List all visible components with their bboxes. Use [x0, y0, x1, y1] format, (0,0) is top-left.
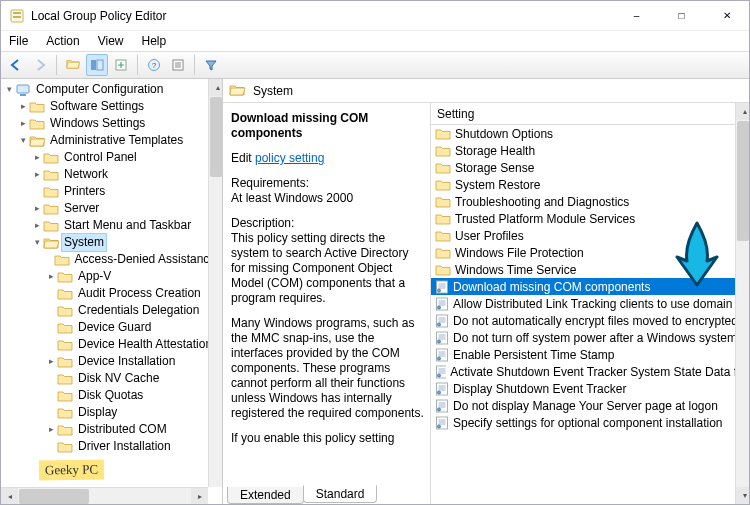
tree-scrollbar-vertical[interactable]: ▴ — [208, 79, 222, 487]
back-button[interactable] — [5, 54, 27, 76]
tree-item[interactable]: Disk Quotas — [3, 387, 222, 404]
list-item[interactable]: System Restore — [431, 176, 749, 193]
filter-button[interactable] — [200, 54, 222, 76]
folder-closed-icon — [435, 127, 451, 140]
tree-item[interactable]: ▸Server — [3, 200, 222, 217]
list-scrollbar-vertical[interactable]: ▴ ▾ — [735, 103, 749, 504]
folder-closed-icon — [57, 372, 73, 385]
policy-setting-icon — [435, 399, 449, 413]
tree-item[interactable]: Access-Denied Assistance — [3, 251, 222, 268]
detail-description: Description: This policy setting directs… — [231, 216, 424, 306]
edit-policy-link[interactable]: policy setting — [255, 151, 324, 165]
list-item[interactable]: Do not turn off system power after a Win… — [431, 329, 749, 346]
tree-item[interactable]: ▸Software Settings — [3, 98, 222, 115]
svg-rect-9 — [97, 60, 103, 70]
folder-closed-icon — [43, 151, 59, 164]
folder-closed-icon — [435, 144, 451, 157]
tree-item[interactable]: ▾Administrative Templates — [3, 132, 222, 149]
folder-closed-icon — [29, 117, 45, 130]
list-item[interactable]: Do not display Manage Your Server page a… — [431, 397, 749, 414]
tree-item[interactable]: Device Guard — [3, 319, 222, 336]
tree-scrollbar-horizontal[interactable]: ◂ ▸ — [1, 487, 208, 504]
show-tree-button[interactable] — [86, 54, 108, 76]
list-item[interactable]: Enable Persistent Time Stamp — [431, 346, 749, 363]
policy-setting-icon — [435, 416, 449, 430]
up-button[interactable] — [62, 54, 84, 76]
menubar: File Action View Help — [1, 31, 749, 51]
menu-file[interactable]: File — [7, 33, 30, 49]
close-button[interactable]: ✕ — [704, 1, 749, 31]
menu-help[interactable]: Help — [140, 33, 169, 49]
list-item[interactable]: Allow Distributed Link Tracking clients … — [431, 295, 749, 312]
folder-closed-icon — [57, 304, 73, 317]
policy-setting-icon — [435, 314, 449, 328]
folder-closed-icon — [57, 440, 73, 453]
tree-item[interactable]: Driver Installation — [3, 438, 222, 455]
list-item[interactable]: Download missing COM components — [431, 278, 749, 295]
folder-open-icon — [29, 134, 45, 147]
detail-pane: Download missing COM components Edit pol… — [223, 103, 431, 504]
minimize-button[interactable]: – — [614, 1, 659, 31]
tree-item[interactable]: ▸Windows Settings — [3, 115, 222, 132]
svg-rect-17 — [17, 85, 29, 93]
export-button[interactable] — [110, 54, 132, 76]
tree-item[interactable]: ▸App-V — [3, 268, 222, 285]
folder-closed-icon — [435, 195, 451, 208]
tree-item[interactable]: ▸Network — [3, 166, 222, 183]
help-button[interactable]: ? — [143, 54, 165, 76]
policy-setting-icon — [435, 280, 449, 294]
folder-closed-icon — [435, 246, 451, 259]
tree-item[interactable]: ▸Distributed COM — [3, 421, 222, 438]
watermark: Geeky PC — [39, 459, 104, 480]
tree-item[interactable]: ▸Control Panel — [3, 149, 222, 166]
policy-setting-icon — [435, 348, 449, 362]
properties-button[interactable] — [167, 54, 189, 76]
policy-setting-icon — [435, 365, 446, 379]
tab-extended[interactable]: Extended — [227, 487, 304, 504]
list-item[interactable]: Windows File Protection — [431, 244, 749, 261]
tree-item[interactable]: Credentials Delegation — [3, 302, 222, 319]
list-item[interactable]: Display Shutdown Event Tracker — [431, 380, 749, 397]
content-title: System — [253, 84, 293, 98]
forward-button[interactable] — [29, 54, 51, 76]
list-item[interactable]: Do not automatically encrypt files moved… — [431, 312, 749, 329]
detail-title: Download missing COM components — [231, 111, 424, 141]
tree-item[interactable]: Disk NV Cache — [3, 370, 222, 387]
tree-item[interactable]: Audit Process Creation — [3, 285, 222, 302]
content-pane: System Download missing COM components E… — [223, 79, 749, 504]
list-item[interactable]: Trusted Platform Module Services — [431, 210, 749, 227]
list-item[interactable]: User Profiles — [431, 227, 749, 244]
titlebar: Local Group Policy Editor – □ ✕ — [1, 1, 749, 31]
menu-view[interactable]: View — [96, 33, 126, 49]
svg-rect-18 — [20, 94, 26, 96]
tree-item[interactable]: Display — [3, 404, 222, 421]
folder-closed-icon — [43, 219, 59, 232]
detail-description-3: If you enable this policy setting — [231, 431, 424, 446]
maximize-button[interactable]: □ — [659, 1, 704, 31]
list-item[interactable]: Windows Time Service — [431, 261, 749, 278]
policy-setting-icon — [435, 382, 449, 396]
list-item[interactable]: Specify settings for optional component … — [431, 414, 749, 431]
tree-item[interactable]: ▸Device Installation — [3, 353, 222, 370]
list-item[interactable]: Storage Sense — [431, 159, 749, 176]
tree-item[interactable]: ▾System — [3, 234, 222, 251]
list-item[interactable]: Activate Shutdown Event Tracker System S… — [431, 363, 749, 380]
list-item[interactable]: Troubleshooting and Diagnostics — [431, 193, 749, 210]
tab-standard[interactable]: Standard — [303, 485, 378, 503]
folder-closed-icon — [43, 202, 59, 215]
folder-open-icon — [229, 83, 247, 98]
app-icon — [9, 8, 25, 24]
tree-root[interactable]: ▾Computer Configuration — [3, 81, 222, 98]
window-title: Local Group Policy Editor — [31, 9, 166, 23]
menu-action[interactable]: Action — [44, 33, 81, 49]
list-item[interactable]: Shutdown Options — [431, 125, 749, 142]
tree-pane: ▾Computer Configuration▸Software Setting… — [1, 79, 223, 504]
tree-item[interactable]: ▸Start Menu and Taskbar — [3, 217, 222, 234]
toolbar: ? — [1, 51, 749, 79]
tree-item[interactable]: Device Health Attestation — [3, 336, 222, 353]
tree-item[interactable]: Printers — [3, 183, 222, 200]
column-header-setting[interactable]: Setting — [431, 103, 749, 125]
folder-closed-icon — [435, 263, 451, 276]
list-item[interactable]: Storage Health — [431, 142, 749, 159]
folder-closed-icon — [57, 270, 73, 283]
